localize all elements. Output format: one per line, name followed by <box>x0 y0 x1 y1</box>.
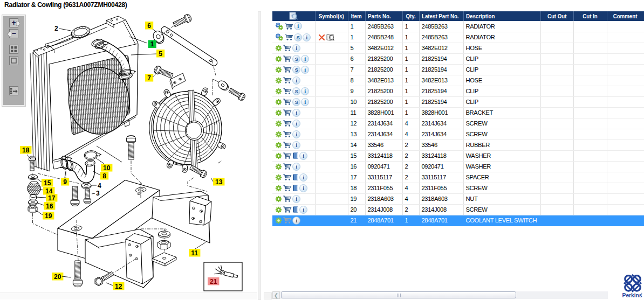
svg-text:12: 12 <box>115 283 122 290</box>
svg-text:18: 18 <box>22 146 30 154</box>
svg-text:S: S <box>297 34 300 40</box>
svg-text:i: i <box>296 196 297 202</box>
svg-text:i: i <box>296 164 297 170</box>
svg-text:21: 21 <box>210 278 217 285</box>
svg-text:6: 6 <box>147 22 151 30</box>
svg-text:19: 19 <box>45 212 52 220</box>
svg-text:4: 4 <box>98 182 101 190</box>
svg-text:S: S <box>295 67 298 73</box>
svg-text:i: i <box>303 153 304 159</box>
svg-text:17: 17 <box>48 194 56 202</box>
svg-text:i: i <box>304 99 306 105</box>
svg-text:11: 11 <box>191 249 198 257</box>
svg-text:i: i <box>296 78 297 83</box>
svg-text:i: i <box>304 88 306 94</box>
svg-text:9: 9 <box>63 178 67 186</box>
svg-text:15: 15 <box>44 179 51 187</box>
svg-text:i: i <box>296 45 297 51</box>
svg-text:20: 20 <box>54 273 61 281</box>
svg-text:i: i <box>296 131 297 137</box>
svg-text:i: i <box>296 110 297 116</box>
svg-text:i: i <box>303 207 304 213</box>
svg-text:i: i <box>304 67 306 73</box>
svg-text:7: 7 <box>147 74 151 82</box>
svg-text:2: 2 <box>54 25 58 32</box>
svg-text:8: 8 <box>102 172 106 180</box>
svg-text:i: i <box>303 175 304 180</box>
svg-text:i: i <box>297 24 299 30</box>
svg-text:10: 10 <box>103 164 111 172</box>
svg-text:i: i <box>296 218 297 224</box>
svg-text:13: 13 <box>215 178 223 186</box>
svg-text:i: i <box>306 34 307 40</box>
svg-text:i: i <box>303 185 304 191</box>
svg-text:14: 14 <box>45 187 53 195</box>
svg-text:i: i <box>296 121 297 127</box>
svg-text:1: 1 <box>150 40 154 48</box>
svg-text:16: 16 <box>46 203 53 210</box>
svg-text:S: S <box>295 88 298 94</box>
svg-text:S: S <box>295 56 298 62</box>
svg-text:3: 3 <box>96 190 100 197</box>
svg-text:i: i <box>304 56 306 62</box>
svg-text:S: S <box>295 99 298 105</box>
svg-text:Perkins: Perkins <box>622 292 642 298</box>
svg-text:i: i <box>296 142 297 148</box>
svg-text:5: 5 <box>159 50 162 58</box>
